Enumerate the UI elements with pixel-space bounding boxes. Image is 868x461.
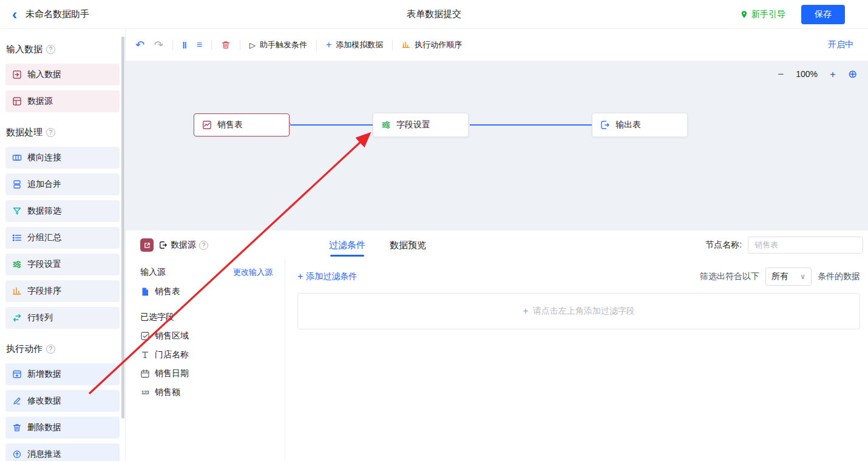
sidebar-item-label: 字段排序 <box>27 286 61 297</box>
sidebar-item-label: 分组汇总 <box>27 232 61 243</box>
sidebar-item-label: 修改数据 <box>27 395 61 406</box>
redo-icon[interactable]: ↷ <box>154 39 163 50</box>
source-file-name: 销售表 <box>155 286 180 297</box>
tab-data-preview[interactable]: 数据预览 <box>390 231 426 260</box>
filter-match-value: 所有 <box>771 271 788 282</box>
node-sales-table[interactable]: 销售表 <box>194 113 290 136</box>
node-label: 输出表 <box>615 119 641 130</box>
help-icon[interactable]: ? <box>46 128 55 137</box>
edge-fields-to-output <box>470 124 592 126</box>
node-label: 销售表 <box>217 119 243 130</box>
empty-filter-placeholder[interactable]: + 请点击左上角添加过滤字段 <box>297 293 860 329</box>
checkbox-field-icon <box>140 331 150 341</box>
input-source-label: 输入源 <box>140 267 166 278</box>
data-source-badge <box>140 238 154 252</box>
fit-view-icon[interactable]: ⊕ <box>848 69 857 79</box>
sidebar-item-group-summary[interactable]: 分组汇总 <box>5 227 120 249</box>
sidebar-item-data-filter[interactable]: 数据筛选 <box>5 200 120 222</box>
section-title-label: 输入数据 <box>6 44 42 55</box>
align-horizontal-icon[interactable]: ≡ <box>197 40 202 50</box>
node-label: 字段设置 <box>396 119 430 130</box>
field-row[interactable]: 销售区域 <box>140 331 273 342</box>
sidebar-item-append-merge[interactable]: 追加合并 <box>5 173 120 195</box>
sidebar-item-field-settings[interactable]: 字段设置 <box>5 254 120 275</box>
help-icon[interactable]: ? <box>46 345 55 354</box>
zoom-in-button[interactable]: + <box>830 69 836 79</box>
back-chevron-icon[interactable]: ‹ <box>12 7 17 22</box>
file-icon <box>140 287 150 297</box>
add-filter-button[interactable]: + 添加过滤条件 <box>297 271 357 282</box>
add-data-icon <box>12 369 22 379</box>
sidebar-item-add-data[interactable]: 新增数据 <box>5 363 120 385</box>
align-vertical-icon[interactable]: ‖ <box>182 41 186 50</box>
help-icon[interactable]: ? <box>199 241 208 250</box>
undo-icon[interactable]: ↶ <box>135 39 144 50</box>
filter-match-group: 筛选出符合以下 所有 ∨ 条件的数据 <box>700 268 860 286</box>
action-order-icon <box>402 41 410 49</box>
sidebar-item-message-push[interactable]: 消息推送 <box>5 443 120 461</box>
row-to-column-icon <box>12 313 22 323</box>
toolbar-divider <box>316 40 317 50</box>
play-icon: ▷ <box>249 41 256 50</box>
node-field-settings[interactable]: 字段设置 <box>373 113 469 137</box>
change-source-link[interactable]: 更改输入源 <box>233 267 273 278</box>
action-order-button[interactable]: 执行动作顺序 <box>402 39 462 50</box>
filter-suffix-label: 条件的数据 <box>818 271 860 282</box>
node-name-group: 节点名称: <box>705 237 863 254</box>
toolbar-divider <box>392 40 393 50</box>
content-area: ↶ ↷ ‖ ≡ ▷ 助手触发条件 + 添加模拟数据 <box>126 29 868 461</box>
field-name: 门店名称 <box>155 349 189 360</box>
sidebar-item-label: 消息推送 <box>27 449 61 460</box>
group-summary-icon <box>12 233 22 243</box>
sidebar-item-label: 字段设置 <box>27 259 61 270</box>
source-file-row[interactable]: 销售表 <box>140 286 273 297</box>
save-button[interactable]: 保存 <box>801 5 845 24</box>
field-name: 销售额 <box>155 387 180 398</box>
assistant-title: 未命名数据助手 <box>25 8 89 20</box>
input-data-icon <box>12 70 22 79</box>
sidebar-item-input-data[interactable]: 输入数据 <box>5 64 120 86</box>
node-output-table[interactable]: 输出表 <box>592 113 688 137</box>
field-row[interactable]: 门店名称 <box>140 349 273 360</box>
date-field-icon <box>140 369 150 379</box>
node-name-input[interactable] <box>748 237 863 254</box>
sidebar-item-data-source[interactable]: 数据源 <box>5 90 120 112</box>
tab-filter-conditions[interactable]: 过滤条件 <box>329 231 365 260</box>
help-icon[interactable]: ? <box>46 45 55 54</box>
toolbar-divider <box>211 40 212 50</box>
section-title-label: 执行动作 <box>6 343 42 355</box>
message-push-icon <box>12 449 22 459</box>
panel-body: 输入源 更改输入源 销售表 已选字段 销售区域 <box>126 260 868 461</box>
status-enabled[interactable]: 开启中 <box>828 39 853 50</box>
filter-match-select[interactable]: 所有 ∨ <box>765 268 812 286</box>
sidebar-item-field-sort[interactable]: 字段排序 <box>5 280 120 302</box>
sidebar-item-delete-data[interactable]: 删除数据 <box>5 417 120 439</box>
sidebar: 输入数据 ? 输入数据 数据源 数据处理 ? 横向连接 追加合并 <box>0 29 126 461</box>
sidebar-item-label: 追加合并 <box>27 179 61 190</box>
sidebar-item-row-to-column[interactable]: 行转列 <box>5 307 120 329</box>
delete-node-icon[interactable] <box>221 40 231 50</box>
sidebar-item-modify-data[interactable]: 修改数据 <box>5 390 120 412</box>
trigger-condition-label: 助手触发条件 <box>260 39 307 50</box>
beginner-guide-link[interactable]: 新手引导 <box>740 9 785 20</box>
panel-header: 数据源 ? 过滤条件 数据预览 节点名称: <box>126 231 868 260</box>
field-settings-icon <box>12 260 22 269</box>
output-table-icon <box>600 120 610 130</box>
panel-source-title: 数据源 ? <box>159 240 208 251</box>
section-title-input-data: 输入数据 ? <box>6 44 119 55</box>
section-title-label: 数据处理 <box>6 127 42 138</box>
sidebar-item-label: 数据源 <box>27 96 53 107</box>
zoom-out-button[interactable]: − <box>778 69 784 79</box>
flow-canvas[interactable]: − 100% + ⊕ 销售表 字段设置 输出表 <box>126 61 868 231</box>
add-mock-data-button[interactable]: + 添加模拟数据 <box>326 39 383 50</box>
sidebar-scrollbar[interactable] <box>121 36 124 419</box>
canvas-toolbar: ↶ ↷ ‖ ≡ ▷ 助手触发条件 + 添加模拟数据 <box>126 29 868 61</box>
field-row[interactable]: 销售日期 <box>140 368 273 379</box>
export-icon <box>143 241 151 249</box>
sidebar-item-horizontal-join[interactable]: 横向连接 <box>5 147 120 169</box>
sidebar-item-label: 删除数据 <box>27 422 61 433</box>
field-sort-icon <box>12 286 22 296</box>
trigger-condition-button[interactable]: ▷ 助手触发条件 <box>249 39 307 50</box>
field-row[interactable]: 123 销售额 <box>140 387 273 398</box>
plus-icon: + <box>297 271 303 282</box>
